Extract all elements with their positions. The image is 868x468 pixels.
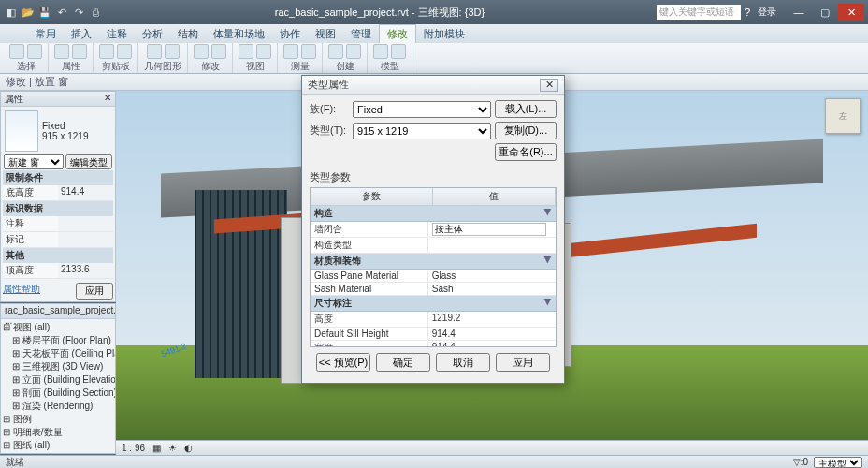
tree-item[interactable]: ⊞ 图纸 (all)	[3, 439, 113, 452]
param-section[interactable]: 材质和装饰⯆	[311, 254, 556, 270]
ribbon-icon[interactable]	[194, 44, 209, 59]
ribbon-icon[interactable]	[211, 44, 226, 59]
sun-path-icon[interactable]: ☀	[168, 443, 177, 453]
tree-item[interactable]: ⊞ 渲染 (Rendering)	[3, 400, 113, 413]
maximize-button[interactable]: ▢	[812, 4, 838, 21]
tab-体量和场地[interactable]: 体量和场地	[206, 25, 272, 43]
prop-row[interactable]: 顶高度2133.6	[3, 263, 113, 279]
tree-item[interactable]: ⊞ 明细表/数量	[3, 426, 113, 439]
ribbon-icon[interactable]	[99, 44, 114, 59]
tab-修改[interactable]: 修改	[379, 24, 416, 43]
tab-附加模块[interactable]: 附加模块	[416, 25, 472, 43]
properties-help-link[interactable]: 属性帮助	[3, 283, 40, 300]
ribbon-icon[interactable]	[27, 44, 42, 59]
tab-管理[interactable]: 管理	[343, 25, 379, 43]
tab-注释[interactable]: 注释	[99, 25, 135, 43]
window-controls: — ▢ ✕	[786, 4, 864, 21]
tab-结构[interactable]: 结构	[170, 25, 206, 43]
ribbon-icon[interactable]	[54, 44, 69, 59]
tree-item[interactable]: ⊞ 族	[3, 452, 113, 454]
tab-分析[interactable]: 分析	[135, 25, 170, 43]
tree-item[interactable]: ⊞ 三维视图 (3D View)	[3, 360, 113, 373]
undo-icon[interactable]: ↶	[54, 5, 69, 20]
copy-button[interactable]: 复制(D)...	[495, 122, 557, 139]
type-properties-dialog: 类型属性 ✕ 族(F): Fixed 载入(L)... 类型(T): 915 x…	[301, 75, 565, 384]
param-row[interactable]: 高度1219.2	[311, 312, 556, 328]
redo-icon[interactable]: ↷	[71, 5, 86, 20]
tree-item[interactable]: ⊞ 剖面 (Building Section)	[3, 387, 113, 400]
app-icon[interactable]: ◧	[4, 5, 19, 20]
login-link[interactable]: 登录	[758, 6, 776, 19]
help-icon[interactable]: ?	[745, 7, 750, 18]
prop-row[interactable]: 底高度914.4	[3, 185, 113, 201]
param-row[interactable]: 墙闭合	[311, 222, 556, 238]
ribbon-icon[interactable]	[283, 44, 298, 59]
dialog-close-button[interactable]: ✕	[540, 79, 558, 92]
filter-icon[interactable]: ▽:0	[793, 457, 808, 467]
ribbon-icon[interactable]	[328, 44, 343, 59]
browser-header[interactable]: rac_basic_sample_project.rvt ...✕	[1, 304, 115, 319]
workset-select[interactable]: 主模型	[814, 457, 862, 468]
ribbon-icon[interactable]	[165, 44, 180, 59]
ribbon-group-模型: 模型	[368, 43, 412, 73]
minimize-button[interactable]: —	[786, 4, 812, 21]
tree-item[interactable]: ⊞ 视图 (all)	[3, 321, 113, 334]
tree-item[interactable]: ⊞ 天花板平面 (Ceiling Plan)	[3, 347, 113, 360]
shadow-icon[interactable]: ◐	[184, 443, 193, 453]
param-row[interactable]: Sash MaterialSash	[311, 283, 556, 296]
visual-style-icon[interactable]: ▦	[152, 443, 161, 453]
properties-title: 属性	[5, 93, 23, 105]
ribbon-icon[interactable]	[373, 44, 388, 59]
tab-插入[interactable]: 插入	[64, 25, 99, 43]
tab-协作[interactable]: 协作	[272, 25, 308, 43]
ribbon-icon[interactable]	[147, 44, 162, 59]
open-icon[interactable]: 📂	[21, 5, 36, 20]
param-row[interactable]: 宽度914.4	[311, 341, 556, 347]
ribbon-icon[interactable]	[346, 44, 361, 59]
print-icon[interactable]: ⎙	[88, 5, 103, 20]
tab-视图[interactable]: 视图	[308, 25, 343, 43]
properties-header[interactable]: 属性✕	[1, 92, 115, 107]
dialog-title: 类型属性	[308, 78, 349, 92]
load-button[interactable]: 载入(L)...	[495, 100, 557, 118]
prop-row[interactable]: 注释	[3, 216, 113, 232]
param-row[interactable]: Default Sill Height914.4	[311, 328, 556, 341]
rename-button[interactable]: 重命名(R)...	[495, 143, 557, 161]
project-tree[interactable]: ⊞ 视图 (all)⊞ 楼层平面 (Floor Plan)⊞ 天花板平面 (Ce…	[1, 319, 115, 454]
param-section[interactable]: 构造⯆	[311, 206, 556, 222]
search-input[interactable]: 键入关键字或短语	[657, 5, 741, 20]
ribbon-icon[interactable]	[301, 44, 316, 59]
preview-button[interactable]: << 预览(P)	[316, 353, 370, 372]
scale-display[interactable]: 1 : 96	[122, 443, 145, 453]
type-selector[interactable]: 新建 窗	[4, 154, 64, 169]
param-section[interactable]: 尺寸标注⯆	[311, 296, 556, 312]
status-bar: 就绪 ▽:0 主模型	[0, 455, 868, 468]
tree-item[interactable]: ⊞ 图例	[3, 413, 113, 426]
edit-type-button[interactable]: 编辑类型	[65, 154, 112, 169]
ribbon-icon[interactable]	[256, 44, 271, 59]
save-icon[interactable]: 💾	[37, 5, 52, 20]
ribbon-icon[interactable]	[391, 44, 406, 59]
ok-button[interactable]: 确定	[376, 353, 430, 372]
family-select[interactable]: Fixed	[353, 101, 491, 118]
dialog-apply-button[interactable]: 应用	[496, 353, 550, 372]
tab-常用[interactable]: 常用	[28, 25, 64, 43]
tree-item[interactable]: ⊞ 立面 (Building Elevation)	[3, 373, 113, 387]
ribbon-icon[interactable]	[239, 44, 253, 59]
type-select[interactable]: 915 x 1219	[353, 123, 491, 139]
ribbon-group-属性: 属性	[49, 43, 94, 73]
param-row[interactable]: 构造类型	[311, 238, 556, 254]
param-row[interactable]: Glass Pane MaterialGlass	[311, 270, 556, 283]
ribbon-icon[interactable]	[117, 44, 132, 59]
prop-row[interactable]: 标记	[3, 232, 113, 248]
close-button[interactable]: ✕	[838, 4, 864, 21]
tree-item[interactable]: ⊞ 楼层平面 (Floor Plan)	[3, 334, 113, 347]
param-input[interactable]	[432, 223, 546, 236]
view-cube[interactable]: 左	[825, 98, 861, 134]
apply-button[interactable]: 应用	[76, 283, 113, 300]
ribbon-icon[interactable]	[72, 44, 87, 59]
ribbon-icon[interactable]	[9, 44, 24, 59]
cancel-button[interactable]: 取消	[436, 353, 490, 372]
title-bar: ◧ 📂 💾 ↶ ↷ ⎙ rac_basic_sample_project.rvt…	[0, 0, 868, 24]
close-icon[interactable]: ✕	[104, 93, 111, 105]
